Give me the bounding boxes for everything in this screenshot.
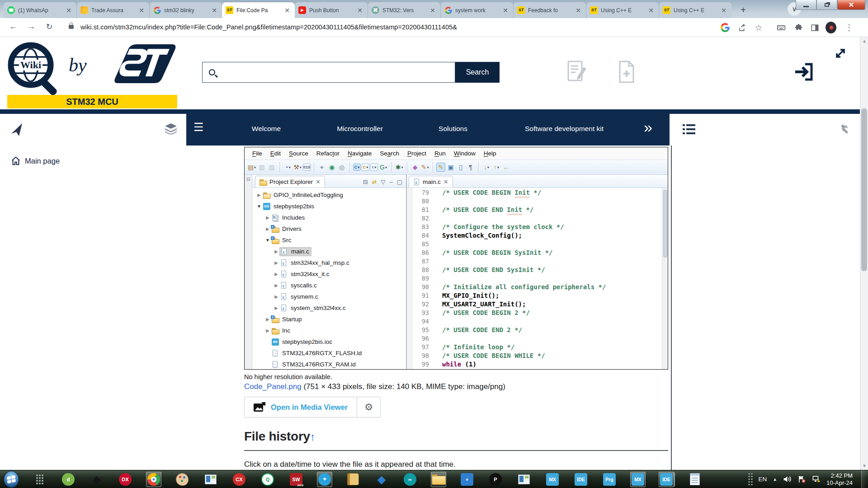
browser-tab[interactable]: stm32 blinky✕ <box>149 2 222 18</box>
dropdown-caret-icon[interactable]: ▾ <box>401 165 403 169</box>
tab-close-icon[interactable]: ✕ <box>647 7 655 14</box>
tree-collapsed-icon[interactable]: ▶ <box>264 215 271 220</box>
ide-menu-window[interactable]: Window <box>450 150 480 157</box>
search-input[interactable] <box>220 63 455 81</box>
dropdown-caret-icon[interactable]: ▾ <box>300 165 302 169</box>
tree-item[interactable]: ▶system_stm32l4xx.c <box>252 302 406 314</box>
hidden-icons-caret[interactable]: ▲ <box>773 477 777 482</box>
taskbar-search-q[interactable]: Q <box>260 472 275 487</box>
maximize-icon[interactable]: ▢ <box>397 178 402 185</box>
back-icon[interactable]: ← <box>7 22 19 31</box>
skip-breakpoints-icon[interactable]: ◔▾ <box>283 163 292 172</box>
layers-icon[interactable] <box>165 123 177 136</box>
tree-item[interactable]: ▶stm32l4xx_it.c <box>252 268 406 280</box>
link-with-editor-icon[interactable]: ▣ <box>446 163 455 172</box>
bookmark-star-icon[interactable]: ☆ <box>753 22 764 33</box>
highlight-icon[interactable]: ✎ <box>436 163 445 172</box>
restore-view-icon[interactable]: ⊟ <box>246 177 250 182</box>
dropdown-caret-icon[interactable]: ▾ <box>427 165 429 169</box>
forward-icon[interactable]: → <box>25 22 37 31</box>
tree-collapsed-icon[interactable]: ▶ <box>273 249 279 254</box>
ide-menu-edit[interactable]: Edit <box>266 150 285 157</box>
tree-item[interactable]: ▶Includes <box>252 212 406 223</box>
ide-menu-project[interactable]: Project <box>403 150 430 157</box>
scroll-down-icon[interactable]: ▼ <box>860 464 868 468</box>
view-menu-icon[interactable]: ▽ <box>381 178 385 185</box>
tree-item[interactable]: ▶Inc <box>252 325 406 336</box>
new-cpp-project-icon[interactable]: C▾ <box>362 164 369 171</box>
tree-collapsed-icon[interactable]: ▶ <box>256 192 262 197</box>
tab-close-icon[interactable]: ✕ <box>429 7 437 14</box>
ide-menu-search[interactable]: Search <box>376 150 403 157</box>
taskbar-dx[interactable]: DX <box>118 472 133 487</box>
file-link[interactable]: Code_Panel.png <box>244 382 302 391</box>
new-tab-button[interactable]: + <box>737 4 750 16</box>
ide-menu-source[interactable]: Source <box>285 150 312 157</box>
tree-item[interactable]: ▶syscalls.c <box>252 280 406 291</box>
nav-item-microcontroller[interactable]: Microcontroller <box>337 125 383 133</box>
binary-file-icon[interactable]: 010 <box>303 164 311 171</box>
ide-menu-navigate[interactable]: Navigate <box>344 150 376 157</box>
tree-collapsed-icon[interactable]: ▶ <box>273 260 279 265</box>
nav-item-software-development-kit[interactable]: Software development kit <box>525 125 604 133</box>
explorer-tab-close-icon[interactable]: ✕ <box>316 178 321 185</box>
tree-item[interactable]: ▶CDrivers <box>252 223 406 235</box>
search-toolbar-icon[interactable]: ✎▾ <box>420 163 429 172</box>
ide-menu-refactor[interactable]: Refactor <box>312 150 344 157</box>
navigate-arrow-icon[interactable] <box>10 122 24 139</box>
tree-collapsed-icon[interactable]: ▶ <box>264 226 271 231</box>
browser-tab[interactable]: STFeedback fo✕ <box>513 2 586 18</box>
taskbar-quick-launch-dots[interactable] <box>32 472 47 487</box>
minimize-button[interactable] <box>796 0 816 10</box>
tree-item[interactable]: ▶main.c <box>252 246 406 257</box>
tab-close-icon[interactable]: ✕ <box>283 7 291 14</box>
tree-collapsed-icon[interactable]: ▶ <box>264 328 271 333</box>
power-icon[interactable]: ◎ <box>337 163 346 172</box>
browser-tab[interactable]: STFile:Code Pa✕ <box>222 2 295 18</box>
search-box[interactable] <box>202 62 455 83</box>
taskbar-app-window[interactable] <box>203 472 218 487</box>
minimize-icon[interactable]: – <box>389 178 392 185</box>
tree-item[interactable]: ▶SStartup <box>252 314 406 325</box>
restore-button[interactable] <box>816 0 837 10</box>
tree-collapsed-icon[interactable]: ▶ <box>273 305 279 310</box>
code-area[interactable]: /* USER CODE BEGIN Init *//* USER CODE E… <box>433 188 662 369</box>
tab-close-icon[interactable]: ✕ <box>574 7 582 14</box>
taskbar-cubeide-open[interactable]: IDE <box>659 472 674 487</box>
lock-icon[interactable] <box>69 25 74 29</box>
show-desktop-button[interactable] <box>861 470 866 488</box>
browser-tab[interactable]: ▶Push Button✕ <box>295 2 368 18</box>
link-with-editor-icon[interactable]: ⇄ <box>372 178 377 185</box>
keyboard-extension-icon[interactable] <box>776 22 787 33</box>
new-c-project-icon[interactable]: C▾ <box>353 164 361 171</box>
google-logo-icon[interactable] <box>720 22 731 33</box>
tree-item[interactable]: ▼CSrc <box>252 235 406 246</box>
language-indicator[interactable]: EN <box>759 476 767 483</box>
fullscreen-expand-icon[interactable] <box>834 47 847 60</box>
editor-tab-close-icon[interactable]: ✕ <box>443 178 448 185</box>
dropdown-caret-icon[interactable]: ▾ <box>375 165 377 169</box>
tab-close-icon[interactable]: ✕ <box>137 7 146 14</box>
browser-tab[interactable]: ☎(1) WhatsAp✕ <box>4 2 76 18</box>
taskbar-solidworks[interactable]: SW2019 <box>288 472 304 487</box>
close-button[interactable]: ✕ <box>837 0 865 10</box>
browser-tab[interactable]: ⚡Trade Assura✕ <box>76 2 149 18</box>
sign-in-icon[interactable] <box>793 61 815 83</box>
taskbar-cubeprog[interactable]: Prg <box>602 472 617 487</box>
reload-icon[interactable]: ↻ <box>43 22 55 32</box>
taskbar-clock[interactable]: 2:42 PM 10-Apr-24 <box>826 472 855 487</box>
share-icon[interactable] <box>737 22 748 33</box>
taskbar-cubemx-open[interactable]: MX <box>630 472 646 487</box>
browser-tab[interactable]: ⌘STM32: Vers✕ <box>368 2 440 18</box>
update-site-icon[interactable]: ◉ <box>327 163 336 172</box>
dropdown-caret-icon[interactable]: ▾ <box>366 165 368 169</box>
volume-icon[interactable] <box>783 475 792 483</box>
extensions-puzzle-icon[interactable] <box>793 22 804 33</box>
tab-project-explorer[interactable]: Project Explorer ✕ <box>255 176 325 188</box>
taskbar-explorer-folder[interactable] <box>431 472 446 487</box>
network-status-icon[interactable] <box>812 475 821 483</box>
taskbar-blue-diamond[interactable]: ◆ <box>374 472 389 487</box>
tab-close-icon[interactable]: ✕ <box>356 7 364 14</box>
taskbar-cubemx[interactable]: MX <box>545 472 560 487</box>
add-page-icon[interactable] <box>616 60 637 84</box>
